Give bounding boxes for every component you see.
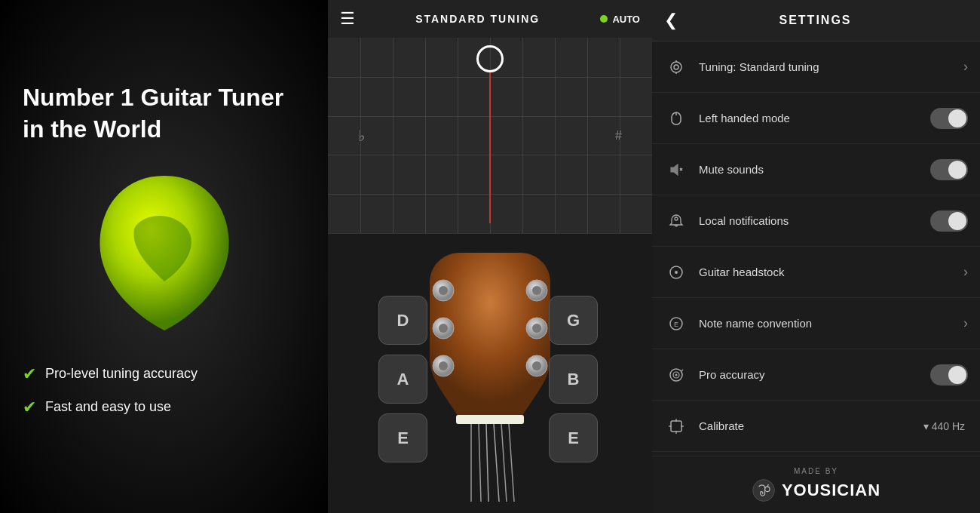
yousician-logo: YOUSICIAN — [752, 478, 880, 502]
notifications-label: Local notifications — [699, 214, 930, 227]
hamburger-icon[interactable]: ☰ — [340, 9, 355, 29]
settings-title: SETTINGS — [693, 14, 938, 27]
feature-text-2: Fast and easy to use — [45, 399, 171, 415]
settings-item-tuning[interactable]: Tuning: Standard tuning › — [652, 41, 980, 93]
headstock-icon — [664, 260, 688, 284]
noteconv-label: Note name convention — [699, 317, 963, 330]
tuning-label: STANDARD TUNING — [415, 13, 540, 25]
tuner-header: ☰ STANDARD TUNING AUTO — [328, 0, 652, 38]
yousician-text: YOUSICIAN — [782, 481, 880, 500]
tuning-chevron: › — [963, 59, 968, 75]
settings-item-mute[interactable]: Mute sounds — [652, 144, 980, 195]
settings-item-calibrate[interactable]: Calibrate ▾ 440 Hz — [652, 401, 980, 452]
settings-header: ❮ SETTINGS — [652, 0, 980, 41]
auto-label: AUTO — [612, 14, 640, 25]
calibrate-value: ▾ 440 Hz — [923, 420, 965, 432]
lefthanded-toggle[interactable] — [930, 108, 968, 129]
svg-text:E: E — [674, 321, 678, 328]
tuning-label-text: Tuning: Standard tuning — [699, 60, 963, 73]
mute-knob — [948, 161, 966, 179]
note-btn-D[interactable]: D — [378, 296, 427, 345]
accuracy-icon — [664, 363, 688, 387]
svg-marker-24 — [671, 164, 678, 175]
feature-item-2: ✔ Fast and easy to use — [23, 398, 305, 417]
middle-panel: ☰ STANDARD TUNING AUTO ♭ # — [328, 0, 652, 513]
mute-toggle[interactable] — [930, 159, 968, 180]
svg-point-29 — [675, 271, 678, 274]
right-panel: ❮ SETTINGS Tuning: Standard tuning › — [652, 0, 980, 513]
notifications-icon — [664, 209, 688, 233]
svg-point-27 — [675, 217, 678, 220]
note-btn-A[interactable]: A — [378, 355, 427, 404]
settings-item-headstock[interactable]: Guitar headstock › — [652, 247, 980, 298]
yousician-icon — [752, 478, 776, 502]
auto-dot — [600, 15, 608, 23]
left-panel: Number 1 Guitar Tuner in the World ✔ Pro… — [0, 0, 328, 513]
calibrate-icon — [664, 414, 688, 438]
svg-point-40 — [752, 480, 774, 502]
mute-label: Mute sounds — [699, 163, 930, 176]
auto-badge: AUTO — [600, 14, 640, 25]
settings-item-notifications[interactable]: Local notifications — [652, 195, 980, 247]
app-tagline: Number 1 Guitar Tuner in the World — [23, 82, 305, 145]
svg-point-34 — [675, 373, 678, 376]
note-btn-B[interactable]: B — [549, 355, 598, 404]
noteconv-icon: E — [664, 312, 688, 336]
headstock-chevron: › — [963, 264, 968, 280]
settings-list: Tuning: Standard tuning › Left handed mo… — [652, 41, 980, 456]
mute-icon — [664, 158, 688, 182]
back-icon[interactable]: ❮ — [664, 11, 678, 30]
headstock-area: D G A B E E — [328, 234, 652, 513]
tuning-icon — [664, 55, 688, 79]
svg-rect-35 — [671, 421, 681, 432]
notifications-knob — [948, 212, 966, 230]
made-by-label: MADE BY — [794, 467, 838, 475]
calibrate-label: Calibrate — [699, 419, 923, 432]
notifications-toggle[interactable] — [930, 210, 968, 232]
check-icon-2: ✔ — [23, 398, 36, 417]
lefthanded-knob — [948, 109, 966, 127]
flat-label: ♭ — [358, 127, 365, 145]
check-icon-1: ✔ — [23, 364, 36, 384]
lefthanded-icon — [664, 106, 688, 131]
guitar-pick-container — [23, 168, 305, 334]
settings-item-lefthanded[interactable]: Left handed mode — [652, 93, 980, 144]
settings-item-noteconv[interactable]: E Note name convention › — [652, 298, 980, 349]
settings-item-accuracy[interactable]: Pro accuracy — [652, 349, 980, 401]
guitar-pick-icon — [89, 168, 240, 334]
feature-item-1: ✔ Pro-level tuning accuracy — [23, 364, 305, 384]
note-btn-E-high[interactable]: E — [549, 413, 598, 462]
sharp-label: # — [615, 129, 622, 143]
lefthanded-label: Left handed mode — [699, 112, 930, 124]
noteconv-chevron: › — [963, 315, 968, 331]
feature-text-1: Pro-level tuning accuracy — [45, 366, 198, 382]
needle-circle — [476, 45, 504, 72]
headstock-label: Guitar headstock — [699, 266, 963, 278]
accuracy-toggle[interactable] — [930, 364, 968, 386]
note-btn-E-low[interactable]: E — [378, 413, 427, 462]
accuracy-knob — [948, 366, 966, 384]
needle-line — [489, 72, 491, 223]
tuner-meter: ♭ # — [328, 38, 652, 234]
footer-yousician: MADE BY YOUSICIAN — [652, 456, 980, 513]
string-buttons-grid: D G A B E E — [378, 296, 602, 466]
svg-point-19 — [671, 62, 681, 72]
tuning-buttons: D G A B E E — [328, 234, 652, 513]
svg-point-20 — [674, 65, 678, 69]
needle-indicator — [476, 45, 504, 223]
note-btn-G[interactable]: G — [549, 296, 598, 345]
accuracy-label: Pro accuracy — [699, 368, 930, 381]
